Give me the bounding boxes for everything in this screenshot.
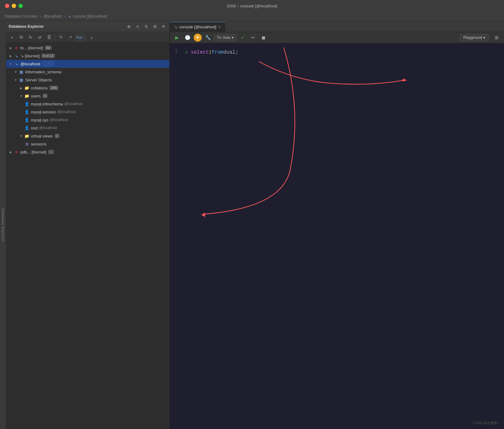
panel-title: Database Explorer: [9, 24, 44, 29]
panel-header: Database Explorer ⊕ ≡ ⇅ ⚙ ✕: [6, 21, 169, 32]
chevron-server-objects: ▼: [14, 78, 18, 82]
tree-label-user-session: mysql.session: [31, 110, 56, 114]
rollback-btn[interactable]: ↩: [249, 33, 257, 42]
tree-label-infoschema: information_schema: [25, 70, 61, 74]
kw-dual: dual: [223, 49, 235, 57]
playground-label: Playground: [463, 35, 482, 40]
breadcrumb-console[interactable]: console [@localhost]: [73, 14, 107, 18]
tab-console-label: console [@localhost]: [179, 25, 216, 29]
wrench-btn[interactable]: 🔧: [204, 33, 212, 42]
subdued-infoschema: @localhost: [64, 102, 83, 106]
main-layout: Database Explorer Database Explorer ⊕ ≡ …: [0, 21, 504, 429]
console-btn[interactable]: SQL: [76, 33, 84, 41]
tree-label-users: users: [31, 94, 41, 98]
filter-tree-btn[interactable]: ⏚: [88, 33, 96, 41]
minimize-btn[interactable]: [12, 4, 16, 8]
breadcrumb-localhost[interactable]: @localhost: [43, 14, 62, 18]
tree-item-user-root[interactable]: 👤 root @localhost: [6, 124, 169, 132]
tree-label-sessions: sessions: [31, 142, 47, 146]
semi: ;: [235, 49, 238, 57]
breadcrumb-sep1: ›: [40, 14, 41, 18]
close-btn[interactable]: [5, 4, 9, 8]
tree-item-server-objects[interactable]: ▼ ▦ Server Objects: [6, 76, 169, 84]
tree-label-arrow: ↘ [blurred]: [20, 54, 39, 58]
schema-btn[interactable]: 🗄: [45, 33, 53, 41]
tree-label-collations: collations: [31, 86, 48, 90]
database-tree: ▶ ⊗ fo... [blurred] 40 ▶ ↘ ↘ [blurred] 0…: [6, 43, 169, 429]
chevron-pdb: ▶: [9, 150, 13, 154]
edit-btn[interactable]: ✎: [57, 33, 65, 41]
tree-label-pdb: pdb... [blurred]: [20, 150, 46, 154]
num-1: 1: [209, 49, 212, 57]
copy-btn[interactable]: ⧉: [17, 33, 25, 41]
view-icon-sessions: ⊞: [24, 141, 30, 147]
tree-item-fo[interactable]: ▶ ⊗ fo... [blurred] 40: [6, 44, 169, 52]
sort-btn[interactable]: ⇅: [143, 23, 150, 30]
editor-toolbar: ▶ 🕐 P 🔧 Tx: Auto ▾ ✓ ↩ ◼ Playground ▾ ⊞: [170, 32, 504, 43]
db-icon-fo: ⊗: [14, 45, 19, 51]
tree-label-fo: fo... [blurred]: [20, 46, 43, 50]
breadcrumb: Database Consoles › @localhost › ↘ conso…: [0, 12, 504, 21]
user-icon-session: 👤: [24, 109, 30, 115]
maximize-btn[interactable]: [19, 4, 23, 8]
tx-chevron: ▾: [232, 35, 233, 40]
folder-icon-users: 📁: [24, 93, 30, 99]
db-icon-infoschema: ▦: [19, 69, 24, 75]
refresh-btn[interactable]: ↻: [27, 33, 35, 41]
tree-item-sessions[interactable]: ⊞ sessions: [6, 140, 169, 148]
arrow-icon: ↘: [14, 53, 19, 59]
filter-btn[interactable]: ≡: [134, 23, 141, 30]
tree-item-user-sys[interactable]: 👤 mysql.sys @localhost: [6, 116, 169, 124]
code-editor[interactable]: 1 ✓ select 1 from dual ;: [170, 43, 504, 429]
profiler-btn[interactable]: P: [194, 34, 202, 42]
tx-label: Tx: Auto: [217, 35, 230, 40]
svg-marker-0: [403, 79, 407, 82]
badge-arrow: 0 of 13: [41, 54, 55, 58]
subdued-root: @localhost: [39, 126, 57, 130]
tx-dropdown[interactable]: Tx: Auto ▾: [214, 34, 236, 41]
breadcrumb-db-consoles[interactable]: Database Consoles: [5, 14, 37, 18]
vertical-tab-database-explorer[interactable]: Database Explorer: [0, 21, 6, 429]
tree-item-users[interactable]: ▼ 📁 users 4: [6, 92, 169, 100]
line-check-icon: ✓: [185, 48, 188, 57]
tree-item-pdb[interactable]: ▶ ⊗ pdb... [blurred] ...: [6, 148, 169, 156]
stop-btn[interactable]: ◼: [259, 33, 268, 42]
jump-btn[interactable]: ↗: [66, 33, 74, 41]
window-title: 0209 – console [@localhost]: [227, 4, 277, 8]
folder-icon-server: ▦: [19, 77, 24, 83]
tree-label-user-infoschema: mysql.infoschema: [31, 102, 63, 106]
run-btn[interactable]: ▶: [173, 33, 181, 42]
tab-console-icon: ↘: [174, 25, 177, 29]
sync-btn[interactable]: ⇄: [36, 33, 44, 41]
new-query-btn[interactable]: +: [8, 33, 16, 41]
titlebar: 0209 – console [@localhost]: [0, 0, 504, 12]
chevron-virtual-views: ▼: [19, 134, 23, 138]
tree-item-collations[interactable]: ▶ 📁 collations 286: [6, 84, 169, 92]
kw-select: select: [191, 49, 209, 57]
add-datasource-btn[interactable]: ⊕: [126, 23, 132, 30]
commit-btn[interactable]: ✓: [238, 33, 247, 42]
playground-dropdown[interactable]: Playground ▾: [460, 34, 489, 41]
playground-chevron: ▾: [483, 35, 485, 40]
tab-console[interactable]: ↘ console [@localhost] ✕: [170, 22, 225, 32]
tree-item-infoschema[interactable]: ▼ ▦ information_schema: [6, 68, 169, 76]
tab-close-btn[interactable]: ✕: [218, 25, 221, 29]
settings-btn[interactable]: ⚙: [151, 23, 158, 30]
vertical-tab-label: Database Explorer: [1, 208, 5, 242]
editor-tab-bar: ↘ console [@localhost] ✕: [170, 21, 504, 32]
tree-item-arrow[interactable]: ▶ ↘ ↘ [blurred] 0 of 13: [6, 52, 169, 60]
tree-item-localhost[interactable]: ▼ ↘ @localhost 1 of 4: [6, 60, 169, 68]
chevron-fo: ▶: [9, 46, 13, 50]
chevron-arrow: ▶: [9, 54, 13, 58]
close-panel-btn[interactable]: ✕: [160, 23, 167, 30]
db-explorer-toolbar: + ⧉ ↻ ⇄ 🗄 ✎ ↗ SQL ⏚: [6, 32, 169, 43]
tree-label-user-sys: mysql.sys: [31, 118, 48, 122]
tree-item-virtual-views[interactable]: ▼ 📁 virtual views 1: [6, 132, 169, 140]
tree-label-virtual-views: virtual views: [31, 134, 53, 138]
tree-item-user-infoschema[interactable]: 👤 mysql.infoschema @localhost: [6, 100, 169, 108]
watermark: CSDN @@素素~: [473, 421, 499, 425]
history-btn[interactable]: 🕐: [183, 33, 192, 42]
output-format-btn[interactable]: ⊞: [492, 33, 501, 42]
chevron-users: ▼: [19, 94, 23, 98]
tree-item-user-session[interactable]: 👤 mysql.session @localhost: [6, 108, 169, 116]
